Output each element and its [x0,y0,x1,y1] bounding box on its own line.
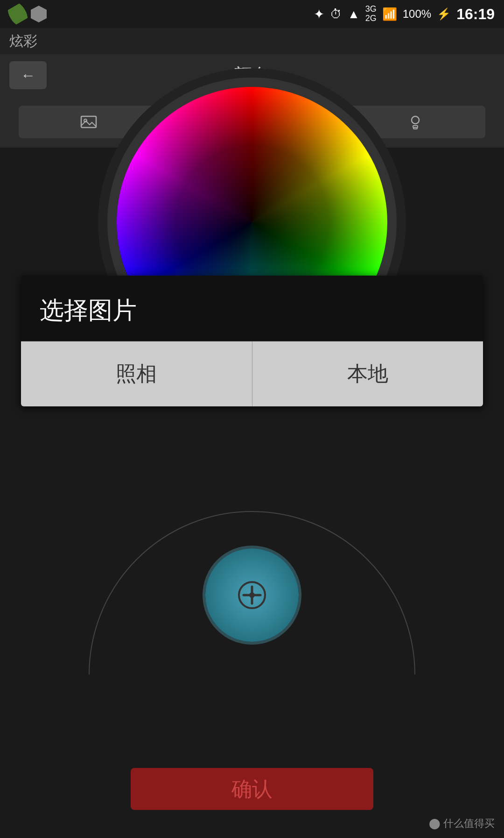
wifi-icon: ▲ [348,7,360,21]
bluetooth-icon: ✦ [314,7,324,22]
dialog-title: 选择图片 [21,276,483,341]
dialog-buttons: 照相 本地 [21,341,483,406]
app-title-text: 炫彩 [9,32,37,51]
svg-rect-0 [81,116,96,128]
image-tab-icon [80,114,97,130]
confirm-button-text: 确认 [231,775,273,803]
svg-point-2 [412,116,419,124]
watermark-text: 什么值得买 [443,817,495,829]
image-tab-button[interactable] [19,106,159,138]
signal-indicator: 3G 2G [365,5,377,23]
page-title: 颜色 [233,63,271,88]
battery-percent: 100% [403,7,431,21]
knob-button[interactable] [205,548,299,642]
knob-icon [233,576,271,614]
svg-rect-4 [413,128,417,129]
watermark: ⬤ 什么值得买 [429,817,495,831]
status-left-icons [9,6,47,22]
local-button[interactable]: 本地 [252,341,483,406]
light-tab-icon [407,114,424,130]
app-title-bar: 炫彩 [0,28,504,54]
back-button[interactable]: ← [9,61,47,89]
leaf-icon [6,2,29,25]
back-arrow-icon: ← [21,67,35,84]
status-bar: ✦ ⏱ ▲ 3G 2G 📶 100% ⚡ 16:19 [0,0,504,28]
light-tab-button[interactable] [345,106,485,138]
watermark-icon: ⬤ [429,817,441,829]
signal-bars-icon: 📶 [382,7,397,21]
shield-icon [31,6,47,22]
bottom-area: 确认 [0,511,504,838]
svg-point-8 [249,592,255,598]
confirm-button[interactable]: 确认 [131,768,373,810]
status-time: 16:19 [456,6,495,23]
battery-icon: ⚡ [437,7,451,21]
status-right-icons: ✦ ⏱ ▲ 3G 2G 📶 100% ⚡ 16:19 [314,5,495,23]
alarm-icon: ⏱ [330,7,342,21]
select-image-dialog: 选择图片 照相 本地 [21,276,483,406]
camera-button[interactable]: 照相 [21,341,252,406]
